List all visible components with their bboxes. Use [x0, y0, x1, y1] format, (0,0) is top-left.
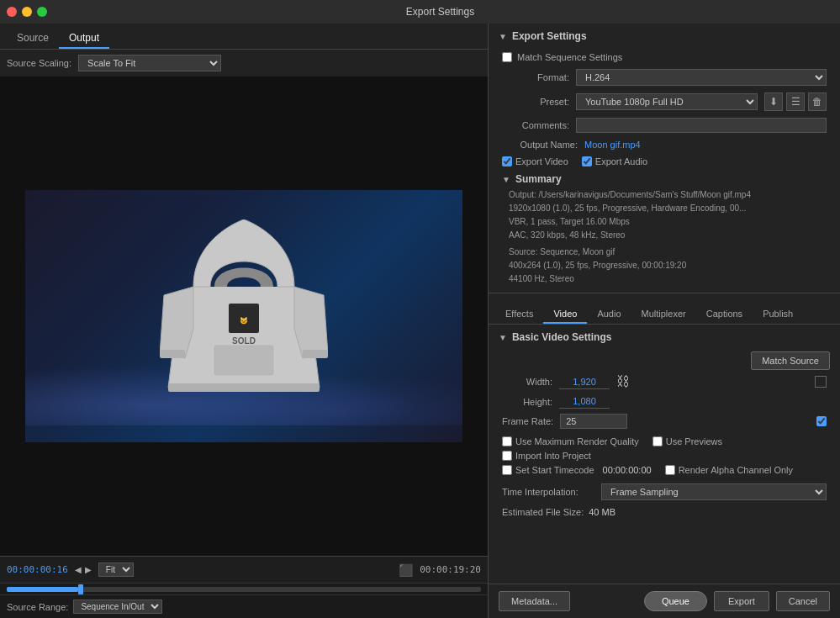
basic-video-settings-header: ▼ Basic Video Settings [489, 325, 840, 350]
max-render-quality-item: Use Maximum Render Quality [502, 436, 639, 446]
set-start-timecode-label: Set Start Timecode [515, 465, 594, 475]
svg-text:🐱: 🐱 [240, 316, 248, 325]
summary-output-4: AAC, 320 kbps, 48 kHz, Stereo [509, 229, 827, 242]
output-name-link[interactable]: Moon gif.mp4 [584, 140, 641, 150]
tab-publish[interactable]: Publish [753, 305, 803, 324]
summary-output-1: Output: /Users/karinavigus/Documents/Sam… [509, 188, 827, 202]
export-button[interactable]: Export [714, 591, 769, 611]
next-frame-button[interactable]: ▶ [85, 565, 92, 574]
import-into-project-checkbox[interactable] [502, 451, 512, 461]
timeline-track [7, 587, 481, 592]
export-audio-label: Export Audio [595, 156, 647, 166]
max-render-quality-label: Use Maximum Render Quality [515, 436, 639, 446]
format-row: Format: H.264 [489, 66, 840, 89]
save-preset-button[interactable]: ⬇ [764, 92, 783, 111]
use-previews-item: Use Previews [652, 436, 722, 446]
timeline-progress [7, 587, 78, 592]
render-alpha-checkbox[interactable] [665, 465, 675, 475]
tab-source[interactable]: Source [7, 29, 59, 49]
prev-frame-button[interactable]: ◀ [75, 565, 82, 574]
max-render-quality-checkbox[interactable] [502, 436, 512, 446]
tab-audio[interactable]: Audio [587, 305, 631, 324]
time-interpolation-select[interactable]: Frame Sampling [601, 483, 827, 500]
export-checkboxes: Export Video Export Audio [489, 153, 840, 170]
file-size-row: Estimated File Size: 40 MB [489, 504, 840, 520]
main-layout: Source Output Source Scaling: Scale To F… [0, 24, 840, 618]
match-sequence-checkbox[interactable] [502, 52, 512, 62]
tab-output[interactable]: Output [59, 29, 109, 49]
window-controls[interactable] [7, 7, 47, 17]
hoodie-graphic: 🐱 SOLD [160, 219, 328, 413]
summary-source-2: 400x264 (1.0), 25 fps, Progressive, 00:0… [509, 259, 827, 272]
summary-arrow: ▼ [502, 175, 510, 184]
timeline-bar[interactable] [0, 583, 488, 594]
source-range-row: Source Range: Sequence In/Out [0, 594, 488, 618]
output-name-label: Output Name: [502, 140, 578, 150]
timeline-controls: 00:00:00:16 ◀ ▶ Fit ⬛ 00:00:19:20 [0, 556, 488, 583]
zoom-select[interactable]: Fit [98, 563, 134, 577]
preset-select[interactable]: YouTube 1080p Full HD [576, 93, 758, 110]
divider-1 [489, 293, 840, 293]
summary-output-3: VBR, 1 pass, Target 16.00 Mbps [509, 215, 827, 229]
bottom-options: Use Maximum Render Quality Use Previews … [489, 431, 840, 480]
source-range-select[interactable]: Sequence In/Out [73, 600, 162, 614]
tab-multiplexer[interactable]: Multiplexer [631, 305, 696, 324]
export-video-checkbox[interactable] [502, 156, 512, 166]
match-source-row: Match Source [489, 350, 840, 372]
bvs-arrow: ▼ [499, 333, 507, 342]
playback-controls[interactable]: ◀ ▶ [75, 565, 92, 574]
frame-rate-input[interactable] [560, 414, 627, 429]
format-select[interactable]: H.264 [576, 69, 827, 86]
time-interpolation-row: Time Interpolation: Frame Sampling [489, 480, 840, 504]
manage-preset-button[interactable]: ☰ [786, 92, 805, 111]
svg-rect-5 [303, 350, 328, 358]
metadata-button[interactable]: Metadata... [499, 591, 570, 611]
source-scaling-row: Source Scaling: Scale To Fit [0, 50, 488, 77]
minimize-button[interactable] [22, 7, 32, 17]
square-aspect-icon[interactable] [815, 376, 827, 388]
current-time: 00:00:00:16 [7, 564, 68, 575]
queue-button[interactable]: Queue [644, 591, 707, 611]
render-quality-row: Use Maximum Render Quality Use Previews [502, 436, 827, 446]
frame-rate-checkbox[interactable] [816, 416, 827, 426]
width-input[interactable] [559, 375, 610, 389]
source-scaling-select[interactable]: Scale To Fit [78, 55, 221, 71]
height-row: Height: [489, 392, 840, 411]
svg-rect-0 [214, 346, 273, 375]
export-settings-header: ▼ Export Settings [489, 24, 840, 49]
maximize-button[interactable] [37, 7, 47, 17]
delete-preset-button[interactable]: 🗑 [808, 92, 827, 111]
export-video-label: Export Video [515, 156, 568, 166]
set-start-timecode-item: Set Start Timecode 00:00:00:00 [502, 465, 652, 475]
tab-captions[interactable]: Captions [696, 305, 753, 324]
end-time: 00:00:19:20 [420, 564, 481, 575]
tab-video[interactable]: Video [543, 305, 587, 324]
left-tabs: Source Output [0, 24, 488, 50]
summary-output-2: 1920x1080 (1.0), 25 fps, Progressive, Ha… [509, 202, 827, 215]
export-audio-checkbox[interactable] [582, 156, 592, 166]
summary-title: Summary [515, 173, 562, 185]
source-scaling-label: Source Scaling: [7, 58, 71, 68]
export-settings-title: Export Settings [512, 30, 587, 42]
aspect-link-icon[interactable]: ⛓ [616, 374, 630, 389]
import-into-project-label: Import Into Project [515, 451, 591, 461]
export-settings-arrow: ▼ [499, 32, 507, 41]
left-panel: Source Output Source Scaling: Scale To F… [0, 24, 488, 618]
preview-area: 🐱 SOLD [0, 77, 488, 556]
width-label: Width: [502, 377, 552, 387]
height-input[interactable] [559, 394, 610, 409]
comments-input[interactable] [576, 118, 827, 133]
frame-rate-label: Frame Rate: [502, 416, 553, 426]
bvs-title: Basic Video Settings [512, 331, 611, 343]
render-alpha-label: Render Alpha Channel Only [679, 465, 793, 475]
use-previews-checkbox[interactable] [652, 436, 663, 446]
timeline-thumb[interactable] [78, 584, 83, 594]
svg-rect-6 [168, 383, 320, 392]
match-source-button[interactable]: Match Source [751, 351, 830, 370]
render-alpha-item: Render Alpha Channel Only [665, 465, 793, 475]
cancel-button[interactable]: Cancel [776, 591, 830, 611]
frame-rate-row: Frame Rate: [489, 411, 840, 431]
tab-effects[interactable]: Effects [495, 305, 543, 324]
close-button[interactable] [7, 7, 17, 17]
set-start-timecode-checkbox[interactable] [502, 465, 512, 475]
